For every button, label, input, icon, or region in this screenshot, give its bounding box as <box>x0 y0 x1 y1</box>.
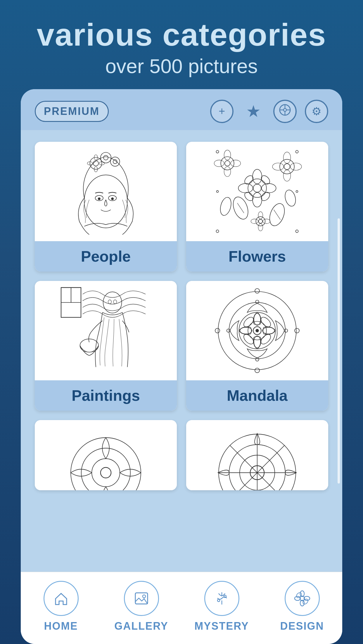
top-bar: PREMIUM + ★ <box>21 89 342 130</box>
partial2-image <box>186 420 328 490</box>
svg-point-88 <box>215 328 220 333</box>
premium-badge[interactable]: PREMIUM <box>35 101 109 122</box>
nav-design[interactable]: DESIGN <box>262 581 342 632</box>
bottom-nav: HOME GALLERY <box>21 572 342 644</box>
svg-point-53 <box>251 219 258 224</box>
svg-point-27 <box>243 174 255 186</box>
favorites-button[interactable]: ★ <box>242 100 265 123</box>
svg-point-51 <box>258 212 263 219</box>
svg-point-49 <box>256 217 265 226</box>
mystery-icon <box>213 590 230 607</box>
svg-point-47 <box>219 196 233 217</box>
header-subtitle: over 500 pictures <box>37 55 326 77</box>
svg-point-90 <box>71 438 141 490</box>
settings-button[interactable]: ⚙ <box>305 100 328 123</box>
svg-point-57 <box>216 230 219 232</box>
svg-point-26 <box>262 184 276 193</box>
paintings-label: Paintings <box>35 380 177 411</box>
scrollbar[interactable] <box>338 218 340 484</box>
svg-point-36 <box>231 160 241 167</box>
svg-point-9 <box>98 197 101 200</box>
svg-point-38 <box>284 164 290 170</box>
home-label: HOME <box>44 620 78 632</box>
svg-line-46 <box>274 210 281 220</box>
add-icon: + <box>219 105 225 118</box>
gallery-icon-circle <box>124 581 159 616</box>
svg-point-48 <box>284 189 298 208</box>
svg-point-82 <box>255 358 259 361</box>
svg-rect-63 <box>71 287 81 302</box>
design-icon <box>294 590 311 607</box>
svg-point-59 <box>217 190 219 192</box>
nav-home[interactable]: HOME <box>21 581 101 632</box>
people-image <box>35 142 177 241</box>
svg-point-86 <box>255 289 260 293</box>
svg-point-84 <box>284 329 288 332</box>
svg-point-103 <box>143 595 146 598</box>
gallery-icon <box>133 590 150 607</box>
nav-gallery[interactable]: GALLERY <box>101 581 182 632</box>
mystery-label: MYSTERY <box>194 620 249 632</box>
svg-point-55 <box>216 150 219 153</box>
category-partial-1[interactable] <box>35 420 177 490</box>
category-partial-2[interactable] <box>186 420 328 490</box>
svg-point-65 <box>108 300 111 304</box>
svg-point-107 <box>217 599 220 602</box>
svg-point-23 <box>253 169 262 184</box>
svg-point-83 <box>227 329 230 332</box>
svg-point-31 <box>221 157 234 170</box>
svg-point-42 <box>290 163 302 170</box>
nav-mystery[interactable]: MYSTERY <box>182 581 262 632</box>
svg-point-39 <box>284 152 291 163</box>
svg-point-24 <box>253 192 262 207</box>
top-icons: + ★ ⚙ <box>210 100 328 123</box>
svg-rect-102 <box>135 593 148 604</box>
svg-point-32 <box>225 160 230 166</box>
category-grid: People <box>35 142 328 490</box>
category-people[interactable]: People <box>35 142 177 272</box>
svg-point-52 <box>258 224 263 231</box>
gear-icon: ⚙ <box>312 105 321 118</box>
content-area: People <box>21 130 342 572</box>
svg-point-69 <box>255 329 259 332</box>
svg-point-33 <box>224 150 231 160</box>
partial1-image <box>35 420 177 490</box>
category-paintings[interactable]: Paintings <box>35 281 177 411</box>
svg-point-1 <box>284 108 286 111</box>
mystery-icon-circle <box>204 581 239 616</box>
svg-point-21 <box>248 179 266 197</box>
svg-point-28 <box>260 174 271 186</box>
header-title: various categories <box>37 18 326 52</box>
svg-point-35 <box>214 160 224 167</box>
svg-point-91 <box>81 448 130 490</box>
svg-point-93 <box>101 467 111 478</box>
svg-point-114 <box>302 598 309 605</box>
svg-point-12 <box>93 160 98 166</box>
share-icon <box>279 104 291 118</box>
svg-point-56 <box>295 150 298 153</box>
svg-point-81 <box>255 300 259 303</box>
share-button[interactable] <box>273 100 297 123</box>
home-icon <box>53 590 70 607</box>
svg-point-58 <box>295 230 298 232</box>
svg-point-22 <box>253 184 261 192</box>
svg-point-66 <box>113 300 117 304</box>
mandala-image <box>186 281 328 380</box>
svg-point-54 <box>263 219 270 224</box>
flowers-image <box>186 142 328 241</box>
svg-point-11 <box>90 157 102 169</box>
svg-point-40 <box>284 170 291 181</box>
mandala-label: Mandala <box>186 380 328 411</box>
home-icon-circle <box>44 581 79 616</box>
svg-point-50 <box>259 219 263 223</box>
svg-point-41 <box>272 163 284 170</box>
category-mandala[interactable]: Mandala <box>186 281 328 411</box>
svg-point-10 <box>111 197 114 200</box>
people-label: People <box>35 241 177 272</box>
design-icon-circle <box>285 581 320 616</box>
svg-point-30 <box>260 191 271 202</box>
svg-point-60 <box>296 190 298 192</box>
header-text: various categories over 500 pictures <box>37 18 326 77</box>
add-button[interactable]: + <box>210 100 234 123</box>
category-flowers[interactable]: Flowers <box>186 142 328 272</box>
